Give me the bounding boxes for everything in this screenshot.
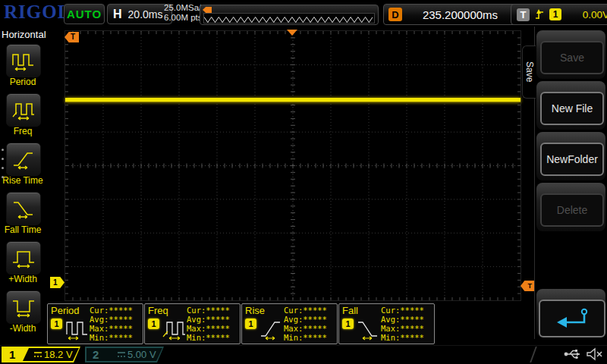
minus-width-label: -Width	[0, 323, 46, 334]
trigger-level-value: 0.00V	[566, 9, 607, 20]
new-folder-button[interactable]: NewFolder	[540, 143, 604, 176]
measurement-values: Cur:***** Avg:***** Max:***** Min:*****	[381, 306, 424, 342]
plus-width-label: +Width	[0, 274, 46, 284]
window-position-marker-icon	[203, 7, 212, 13]
left-menu-title: Horizontal	[2, 29, 46, 40]
ch2-scale: 5.00 V	[127, 347, 156, 362]
measurement-values: Cur:***** Avg:***** Max:***** Min:*****	[90, 306, 133, 342]
fall-time-icon	[11, 197, 36, 220]
scroll-indicator-dot	[2, 158, 4, 160]
rising-edge-icon	[534, 8, 545, 21]
scroll-indicator-dot	[2, 167, 4, 169]
rise-time-icon	[11, 148, 36, 171]
period-label: Period	[0, 77, 46, 87]
rise-time-label: Rise Time	[0, 175, 46, 186]
channel-badge: 1	[51, 318, 62, 329]
measurement-panel-fall: Fall 1 Cur:***** Avg:***** Max:***** Min…	[338, 303, 435, 344]
dc-coupling-icon	[117, 351, 126, 359]
grid-lines	[65, 31, 521, 300]
ch1-scale: 18.2 V	[44, 347, 73, 362]
new-file-button[interactable]: New File	[540, 92, 604, 125]
delay-label: D	[388, 8, 402, 21]
rise-time-button[interactable]	[6, 143, 41, 176]
minus-width-button[interactable]	[6, 290, 41, 324]
overview-waveform-icon	[204, 15, 373, 24]
timebase-label: H	[113, 8, 122, 21]
period-icon	[11, 49, 36, 72]
timebase-value: 20.0ms	[128, 8, 163, 20]
measurement-name: Freq	[148, 305, 168, 316]
trigger-level-marker[interactable]: T	[521, 281, 534, 291]
delay-value: 235.200000ms	[408, 8, 512, 21]
ch2-status[interactable]: 2 5.00 V	[85, 347, 164, 362]
dc-coupling-icon	[33, 351, 42, 359]
freq-button[interactable]	[6, 93, 41, 127]
fall-time-button[interactable]	[6, 192, 41, 225]
run-status-badge: AUTO	[64, 4, 105, 24]
timebase-box: H 20.0ms	[107, 4, 172, 24]
scroll-indicator-dot	[2, 176, 4, 178]
plus-width-button[interactable]	[6, 241, 41, 275]
period-button[interactable]	[6, 44, 41, 77]
waveform-overview	[200, 5, 379, 25]
graticule	[64, 30, 521, 301]
rigol-logo: RIGOL	[4, 2, 71, 23]
channel-badge: 1	[148, 318, 159, 329]
delay-box: D 235.200000ms	[383, 4, 517, 25]
fall-time-icon	[356, 316, 380, 340]
measurement-values: Cur:***** Avg:***** Max:***** Min:*****	[187, 306, 230, 342]
save-button[interactable]: Save	[540, 41, 604, 74]
waveform-overview-strip	[203, 13, 375, 24]
freq-label: Freq	[0, 126, 46, 136]
trigger-label: T	[517, 8, 530, 21]
fall-time-label: Fall Time	[0, 224, 46, 235]
measurement-name: Fall	[342, 305, 358, 316]
channel-badge: 1	[342, 318, 354, 329]
measurement-panel-rise: Rise 1 Cur:***** Avg:***** Max:***** Min…	[241, 303, 338, 344]
plus-width-icon	[11, 246, 36, 269]
period-icon	[64, 316, 89, 340]
return-button[interactable]	[539, 300, 605, 337]
menu-tab-save: Save	[522, 46, 536, 99]
ch1-waveform-trace	[65, 98, 521, 102]
ch1-status[interactable]: 1 18.2 V	[2, 347, 80, 362]
menu-tab-save-label: Save	[524, 61, 535, 82]
measurement-panel-period: Period 1 Cur:***** Avg:***** Max:***** M…	[47, 303, 143, 344]
trigger-box: T 1 0.00V	[511, 4, 607, 25]
minus-width-icon	[11, 296, 36, 318]
delete-button[interactable]: Delete	[540, 193, 604, 227]
scroll-indicator-dot	[2, 149, 4, 151]
usb-icon	[563, 348, 583, 360]
run-status-text: AUTO	[67, 8, 102, 20]
measurement-name: Rise	[245, 305, 265, 316]
measurement-panel-freq: Freq 1 Cur:***** Avg:***** Max:***** Min…	[144, 303, 241, 344]
ch1-ground-marker[interactable]: 1	[50, 277, 64, 288]
channel-badge: 1	[245, 318, 256, 329]
speaker-muted-icon	[586, 347, 604, 361]
trigger-position-marker[interactable]	[287, 30, 297, 36]
measurement-name: Period	[51, 305, 80, 316]
measurement-values: Cur:***** Avg:***** Max:***** Min:*****	[284, 306, 327, 342]
freq-icon	[162, 316, 186, 340]
rise-time-icon	[259, 316, 283, 340]
trigger-source-badge: 1	[549, 8, 561, 20]
return-arrow-icon	[554, 306, 590, 331]
freq-icon	[11, 99, 36, 121]
